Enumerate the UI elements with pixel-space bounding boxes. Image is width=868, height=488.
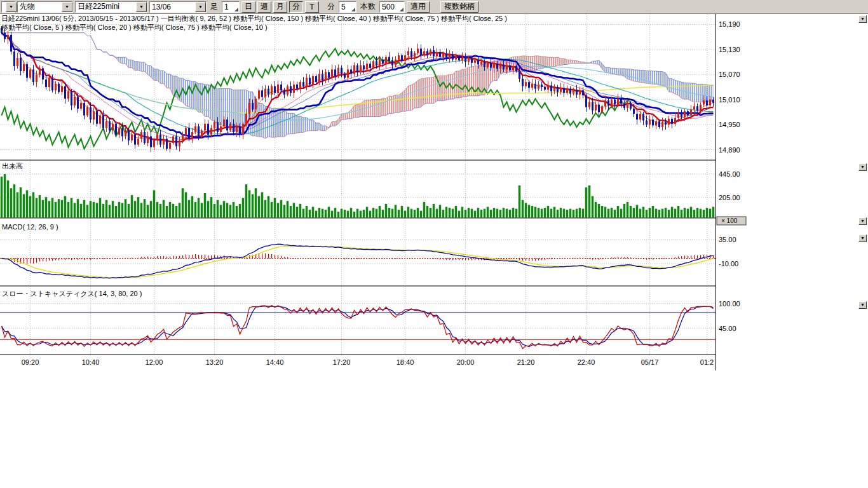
volume-unit-label: × 100 bbox=[721, 217, 738, 224]
price-tick-label: 14,950 bbox=[719, 121, 740, 128]
chart-header-line2: 移動平均( Close, 5 ) 移動平均( Close, 20 ) 移動平均(… bbox=[1, 24, 268, 31]
stoch-tick-label: 100.00 bbox=[719, 300, 740, 308]
macd-panel-title: MACD( 12, 26, 9 ) bbox=[2, 223, 58, 231]
volume-unit-scale-button[interactable]: ▼ bbox=[858, 217, 867, 225]
price-tick-label: 15,190 bbox=[719, 20, 740, 28]
symbol-select[interactable]: 日経225mini ▼ bbox=[75, 1, 147, 13]
stoch-panel-title: スロー・ストキャスティクス( 14, 3, 80, 20 ) bbox=[2, 290, 142, 297]
symbol-value: 日経225mini bbox=[76, 1, 136, 12]
bar-count-value: 500 bbox=[382, 3, 395, 11]
time-tick-label: 13:20 bbox=[206, 358, 224, 366]
chart-canvas[interactable]: 15,19015,13015,07015,01014,95014,890445.… bbox=[0, 0, 868, 381]
price-tick-label: 15,010 bbox=[719, 96, 740, 104]
window-select[interactable]: ▼ bbox=[1, 1, 15, 13]
bar-count-label: 本数 bbox=[360, 1, 376, 12]
time-tick-label: 18:40 bbox=[397, 358, 414, 366]
contract-month-value: 13/06 bbox=[150, 3, 195, 11]
stoch-tick-label: 45.00 bbox=[719, 325, 736, 332]
bar-type-label: 足 bbox=[210, 1, 218, 12]
volume-panel-title: 出来高 bbox=[2, 162, 23, 170]
spinner-grip-icon[interactable] bbox=[351, 8, 355, 11]
period-minute-button[interactable]: 分 bbox=[289, 1, 303, 13]
time-tick-label: 21:20 bbox=[517, 358, 535, 366]
instrument-type-select[interactable]: 先物 ▼ bbox=[17, 1, 73, 13]
time-tick-label: 17:20 bbox=[333, 358, 351, 366]
time-tick-label: 10:40 bbox=[82, 358, 100, 366]
volume-tick-label: 205.00 bbox=[719, 194, 740, 201]
period-week-button[interactable]: 週 bbox=[257, 1, 271, 13]
volume-tick-label: 445.00 bbox=[719, 170, 740, 178]
bar-multiplier-spinner[interactable]: 1 bbox=[222, 1, 240, 13]
time-tick-label: 09:20 bbox=[22, 358, 39, 366]
chart-header-line1: 日経225mini 13/06( 5分, 2013/05/15 - 2013/0… bbox=[1, 15, 507, 22]
time-tick-label: 12:00 bbox=[146, 358, 163, 366]
price-tick-label: 15,130 bbox=[719, 46, 740, 53]
toolbar: ▼ 先物 ▼ 日経225mini ▼ 13/06 ▼ 足 1 日 週 月 分 T… bbox=[0, 0, 868, 14]
period-month-button[interactable]: 月 bbox=[273, 1, 287, 13]
time-tick-label: 22:40 bbox=[578, 358, 595, 366]
spinner-grip-icon[interactable] bbox=[400, 8, 403, 11]
chevron-down-icon: ▼ bbox=[136, 2, 147, 12]
macd-axis-scale-button[interactable]: ▼ bbox=[858, 234, 867, 242]
macd-tick-label: 35.00 bbox=[719, 236, 736, 243]
plot-area bbox=[0, 14, 715, 355]
macd-tick-label: -10.00 bbox=[719, 260, 738, 268]
spinner-grip-icon[interactable] bbox=[234, 8, 238, 11]
time-tick-label: 20:00 bbox=[457, 358, 475, 366]
chevron-down-icon: ▼ bbox=[62, 2, 72, 12]
volume-axis-scale-button[interactable]: ▼ bbox=[858, 163, 867, 171]
time-tick-label: 01:2 bbox=[700, 358, 714, 366]
chevron-down-icon: ▼ bbox=[6, 2, 17, 12]
instrument-type-value: 先物 bbox=[18, 1, 62, 12]
price-tick-label: 14,890 bbox=[719, 146, 740, 154]
period-tick-button[interactable]: T bbox=[305, 1, 319, 13]
price-axis-scale-button[interactable]: ▼ bbox=[858, 15, 867, 23]
apply-button[interactable]: 適用 bbox=[407, 1, 430, 13]
multi-symbol-button[interactable]: 複数銘柄 bbox=[440, 1, 478, 13]
minutes-value: 5 bbox=[341, 3, 346, 11]
bar-count-spinner[interactable]: 500 bbox=[379, 1, 405, 13]
minutes-spinner[interactable]: 5 bbox=[339, 1, 356, 13]
period-day-button[interactable]: 日 bbox=[241, 1, 255, 13]
price-tick-label: 15,070 bbox=[719, 71, 740, 78]
minutes-label: 分 bbox=[327, 1, 335, 12]
stoch-axis-scale-button[interactable]: ▼ bbox=[858, 301, 867, 309]
time-tick-label: 14:40 bbox=[266, 358, 284, 366]
contract-month-select[interactable]: 13/06 ▼ bbox=[149, 1, 207, 13]
chevron-down-icon: ▼ bbox=[195, 2, 206, 12]
bar-multiplier-value: 1 bbox=[224, 3, 229, 11]
time-tick-label: 05/17 bbox=[641, 358, 659, 366]
